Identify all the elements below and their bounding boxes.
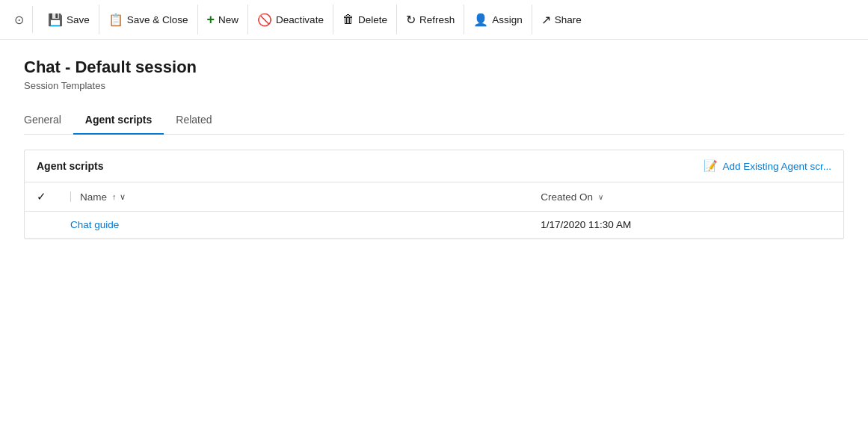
table-header-row: ✓ Name ↑ ∨ Created On ∨: [25, 182, 843, 212]
assign-icon: 👤: [473, 13, 488, 27]
row-name-link[interactable]: Chat guide: [70, 219, 119, 230]
deactivate-icon: 🚫: [257, 13, 272, 27]
row-created-on-cell: 1/17/2020 11:30 AM: [529, 212, 843, 239]
add-existing-icon: 📝: [704, 159, 718, 173]
sort-down-icon: ∨: [120, 192, 126, 202]
row-check-cell: [25, 212, 58, 239]
page-subtitle: Session Templates: [24, 80, 844, 91]
save-label: Save: [67, 14, 90, 25]
share-button[interactable]: ↗ Share: [532, 4, 591, 34]
col-header-name[interactable]: Name ↑ ∨: [58, 182, 529, 212]
agent-scripts-section: Agent scripts 📝 Add Existing Agent scr..…: [24, 150, 844, 239]
sort-up-icon: ↑: [112, 192, 117, 201]
save-icon: 💾: [48, 13, 63, 27]
share-icon: ↗: [541, 13, 551, 27]
deactivate-label: Deactivate: [276, 14, 324, 25]
table-body: Chat guide 1/17/2020 11:30 AM: [25, 212, 843, 239]
refresh-label: Refresh: [419, 14, 455, 25]
tabs-container: General Agent scripts Related: [24, 106, 844, 135]
name-sort-control[interactable]: Name ↑ ∨: [70, 191, 517, 203]
page-content: Chat - Default session Session Templates…: [0, 40, 868, 251]
refresh-button[interactable]: ↻ Refresh: [397, 4, 464, 34]
add-existing-button[interactable]: 📝 Add Existing Agent scr...: [704, 159, 831, 173]
name-col-label: Name: [80, 191, 107, 203]
share-label: Share: [555, 14, 582, 25]
table-row: Chat guide 1/17/2020 11:30 AM: [25, 212, 843, 239]
new-label: New: [218, 14, 238, 25]
assign-label: Assign: [492, 14, 523, 25]
assign-button[interactable]: 👤 Assign: [464, 4, 532, 34]
refresh-icon: ↻: [406, 13, 416, 27]
new-icon: +: [207, 12, 215, 28]
new-button[interactable]: + New: [198, 4, 249, 34]
save-button[interactable]: 💾 Save: [39, 4, 99, 34]
agent-scripts-header: Agent scripts 📝 Add Existing Agent scr..…: [25, 150, 843, 182]
agent-scripts-table: ✓ Name ↑ ∨ Created On ∨: [25, 182, 843, 239]
save-close-label: Save & Close: [127, 14, 188, 25]
add-existing-label: Add Existing Agent scr...: [722, 161, 831, 172]
col-divider: [70, 191, 71, 202]
nav-back-button[interactable]: ⊙: [6, 6, 33, 33]
save-close-button[interactable]: 📋 Save & Close: [99, 4, 198, 34]
created-on-col-label: Created On: [541, 191, 593, 203]
delete-icon: 🗑: [342, 13, 354, 26]
col-header-created-on[interactable]: Created On ∨: [529, 182, 843, 212]
deactivate-button[interactable]: 🚫 Deactivate: [248, 4, 333, 34]
agent-scripts-title: Agent scripts: [37, 160, 103, 172]
nav-back-icon: ⊙: [14, 13, 24, 27]
row-name-cell: Chat guide: [58, 212, 529, 239]
toolbar: ⊙ 💾 Save 📋 Save & Close + New 🚫 Deactiva…: [0, 0, 868, 40]
tab-related[interactable]: Related: [164, 106, 224, 135]
page-title: Chat - Default session: [24, 58, 844, 77]
check-icon[interactable]: ✓: [37, 190, 46, 203]
tab-general[interactable]: General: [24, 106, 73, 135]
delete-label: Delete: [358, 14, 387, 25]
delete-button[interactable]: 🗑 Delete: [333, 4, 397, 34]
col-header-check: ✓: [25, 182, 58, 212]
created-on-chevron-icon: ∨: [598, 193, 603, 201]
save-close-icon: 📋: [108, 13, 123, 27]
created-on-sort-control[interactable]: Created On ∨: [541, 191, 831, 203]
tab-agent-scripts[interactable]: Agent scripts: [73, 106, 164, 135]
